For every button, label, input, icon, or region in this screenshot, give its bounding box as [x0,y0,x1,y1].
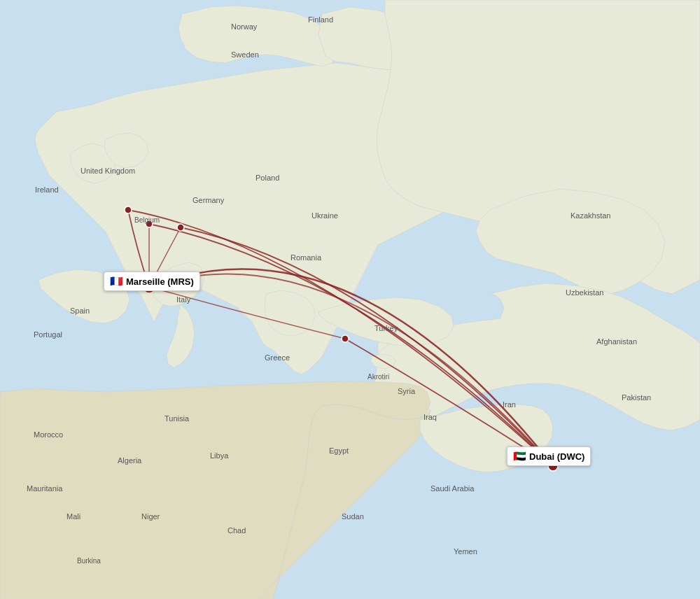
svg-point-6 [342,335,349,342]
svg-point-5 [177,224,184,231]
svg-text:Poland: Poland [255,174,279,182]
svg-text:Norway: Norway [231,22,258,31]
svg-text:Yemen: Yemen [454,547,477,556]
svg-text:Sweden: Sweden [231,50,259,59]
svg-text:Akrotiri: Akrotiri [368,373,389,381]
svg-text:Portugal: Portugal [34,330,62,339]
svg-text:Mali: Mali [66,512,80,521]
svg-text:Italy: Italy [176,295,191,304]
dubai-airport-name: Dubai (DWC) [529,451,584,462]
svg-text:Egypt: Egypt [329,446,349,455]
map-svg: Ireland United Kingdom Finland Sweden Ge… [0,0,700,599]
svg-text:Iran: Iran [503,400,516,409]
svg-text:Ukraine: Ukraine [312,211,338,220]
svg-text:Iraq: Iraq [424,413,437,421]
svg-text:Niger: Niger [141,512,160,521]
svg-text:Turkey: Turkey [374,324,398,332]
svg-point-3 [125,206,132,213]
svg-text:Finland: Finland [308,15,333,24]
uae-flag: 🇦🇪 [513,450,526,463]
dubai-airport-label: 🇦🇪 Dubai (DWC) [507,446,591,466]
svg-text:Romania: Romania [290,253,322,262]
svg-text:Pakistan: Pakistan [622,393,651,402]
svg-text:Libya: Libya [210,451,229,460]
svg-text:Saudi Arabia: Saudi Arabia [430,484,475,493]
svg-text:Chad: Chad [227,526,246,535]
marseille-airport-label: 🇫🇷 Marseille (MRS) [104,272,200,291]
marseille-airport-name: Marseille (MRS) [126,276,194,287]
svg-text:Algeria: Algeria [118,456,142,465]
svg-text:Burkina: Burkina [77,557,101,565]
svg-text:Uzbekistan: Uzbekistan [566,288,603,297]
svg-text:Germany: Germany [192,196,225,204]
svg-text:Belgium: Belgium [134,216,160,224]
svg-text:Spain: Spain [70,306,90,315]
svg-text:Syria: Syria [398,387,416,395]
svg-text:Ireland: Ireland [35,185,59,194]
svg-text:Greece: Greece [265,353,290,362]
svg-text:Morocco: Morocco [34,430,63,439]
svg-text:Kazakhstan: Kazakhstan [570,211,610,220]
svg-text:Sudan: Sudan [342,512,364,521]
svg-text:Mauritania: Mauritania [27,484,63,493]
svg-text:United Kingdom: United Kingdom [80,167,135,175]
svg-text:Afghanistan: Afghanistan [596,337,637,346]
svg-text:Tunisia: Tunisia [164,414,190,423]
map-container: Ireland United Kingdom Finland Sweden Ge… [0,0,700,599]
france-flag: 🇫🇷 [110,275,123,288]
